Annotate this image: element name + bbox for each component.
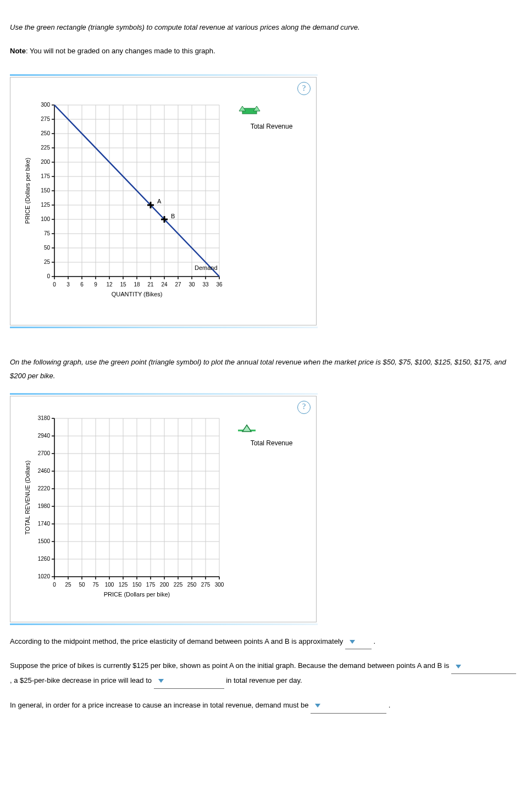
svg-text:50: 50 — [79, 582, 85, 588]
svg-text:36: 36 — [216, 281, 223, 288]
svg-text:250: 250 — [41, 130, 50, 136]
total-revenue-point-icon — [236, 424, 307, 434]
svg-text:50: 50 — [44, 245, 51, 251]
question-1: According to the midpoint method, the pr… — [10, 635, 516, 650]
panel-separator-top-1 — [10, 74, 318, 76]
question-3: In general, in order for a price increas… — [10, 699, 516, 714]
instruction-note: Note: You will not be graded on any chan… — [10, 45, 516, 58]
svg-text:150: 150 — [132, 582, 142, 588]
help-icon: ? — [302, 81, 306, 96]
chevron-down-icon — [350, 640, 355, 644]
note-text: : You will not be graded on any changes … — [26, 47, 215, 55]
svg-text:3: 3 — [67, 281, 70, 288]
svg-text:1740: 1740 — [38, 521, 51, 527]
svg-text:100: 100 — [105, 582, 114, 588]
demand-label: Demand — [195, 264, 218, 271]
svg-text:3180: 3180 — [38, 415, 51, 421]
svg-text:27: 27 — [175, 281, 181, 288]
svg-text:100: 100 — [41, 216, 50, 222]
demand-type-dropdown[interactable] — [311, 699, 386, 714]
svg-marker-161 — [242, 425, 251, 432]
svg-text:2940: 2940 — [38, 433, 51, 439]
svg-text:250: 250 — [187, 582, 197, 588]
help-button-2[interactable]: ? — [297, 401, 311, 414]
svg-text:0: 0 — [47, 273, 50, 279]
svg-text:1020: 1020 — [38, 573, 51, 579]
svg-text:125: 125 — [41, 202, 50, 208]
svg-text:30: 30 — [189, 281, 195, 288]
svg-text:2700: 2700 — [38, 450, 51, 456]
svg-text:75: 75 — [44, 230, 51, 236]
svg-text:25: 25 — [44, 259, 51, 265]
svg-text:25: 25 — [65, 582, 71, 588]
svg-text:33: 33 — [202, 281, 209, 288]
instruction-2: On the following graph, use the green po… — [10, 356, 516, 383]
svg-text:15: 15 — [120, 281, 126, 288]
point-a-label: A — [157, 198, 162, 205]
svg-text:1980: 1980 — [38, 503, 51, 509]
chevron-down-icon — [456, 665, 461, 669]
note-label: Note — [10, 47, 26, 55]
svg-text:225: 225 — [174, 582, 183, 588]
point-b-label: B — [171, 213, 175, 219]
svg-text:300: 300 — [215, 582, 224, 588]
svg-text:1500: 1500 — [38, 538, 51, 544]
svg-text:12: 12 — [106, 281, 113, 288]
revenue-change-dropdown[interactable] — [154, 674, 224, 689]
panel-separator-bottom-2 — [10, 623, 318, 625]
total-revenue-rect-icon — [236, 105, 307, 117]
graph-panel-2: ? — [10, 396, 317, 622]
legend-label-2: Total Revenue — [236, 437, 307, 450]
y-axis-label-2: TOTAL REVENUE (Dollars) — [24, 460, 31, 534]
svg-text:275: 275 — [201, 582, 211, 588]
legend-label-1: Total Revenue — [236, 120, 307, 133]
graph-panel-1: ? — [10, 77, 317, 325]
svg-text:175: 175 — [41, 173, 50, 179]
svg-text:18: 18 — [134, 281, 140, 288]
svg-text:200: 200 — [41, 159, 50, 165]
panel-separator-bottom-1 — [10, 327, 318, 328]
svg-text:300: 300 — [41, 102, 50, 108]
svg-text:9: 9 — [94, 281, 97, 288]
svg-text:75: 75 — [92, 582, 99, 588]
svg-text:2220: 2220 — [38, 485, 51, 491]
svg-text:21: 21 — [147, 281, 154, 288]
legend-1[interactable]: Total Revenue — [236, 83, 307, 314]
elasticity-dropdown[interactable] — [345, 635, 372, 650]
elastic-type-dropdown[interactable] — [451, 659, 516, 674]
legend-2[interactable]: Total Revenue — [236, 402, 307, 611]
revenue-chart[interactable]: 1020 1260 1500 1740 1980 2220 2460 2700 … — [16, 402, 236, 611]
svg-text:2460: 2460 — [38, 468, 51, 474]
y-axis-label-1: PRICE (Dollars per bike) — [24, 158, 31, 224]
svg-text:175: 175 — [146, 582, 156, 588]
demand-chart[interactable]: A B Demand 0 25 50 — [16, 83, 236, 314]
instruction-1: Use the green rectangle (triangle symbol… — [10, 21, 516, 35]
svg-text:275: 275 — [41, 116, 50, 122]
svg-text:200: 200 — [160, 582, 169, 588]
x-axis-label-2: PRICE (Dollars per bike) — [104, 591, 170, 598]
svg-text:6: 6 — [80, 281, 84, 288]
x-axis-label-1: QUANTITY (Bikes) — [112, 291, 163, 297]
svg-text:225: 225 — [41, 145, 50, 151]
svg-text:1260: 1260 — [38, 556, 51, 562]
chevron-down-icon — [315, 704, 320, 708]
svg-text:150: 150 — [41, 187, 50, 194]
svg-text:0: 0 — [53, 582, 56, 588]
svg-text:125: 125 — [119, 582, 128, 588]
svg-text:24: 24 — [161, 281, 168, 288]
question-2: Suppose the price of bikes is currently … — [10, 659, 516, 688]
help-icon: ? — [302, 400, 306, 415]
svg-text:0: 0 — [53, 281, 56, 288]
panel-separator-top-2 — [10, 393, 318, 395]
chevron-down-icon — [158, 679, 164, 683]
